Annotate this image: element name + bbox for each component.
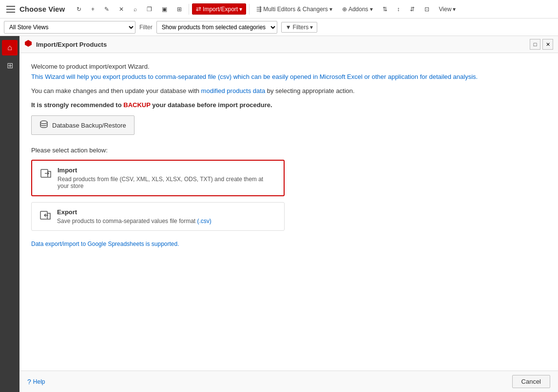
help-icon: ? bbox=[27, 378, 31, 386]
export-title: Export bbox=[57, 208, 276, 216]
filter-category-select[interactable]: Show products from selected categories bbox=[156, 21, 277, 34]
modal-body: Welcome to product import/export Wizard.… bbox=[19, 53, 558, 371]
add-icon: + bbox=[91, 6, 95, 13]
import-icon bbox=[40, 168, 52, 182]
filter-label: Filter bbox=[139, 24, 153, 31]
import-export-icon: ⇄ bbox=[196, 5, 201, 13]
export-icon bbox=[39, 209, 51, 224]
multi-editors-icon: ⇶ bbox=[256, 5, 262, 13]
update-text-end: by selecting appropriate action. bbox=[265, 87, 355, 94]
modal-header-icon bbox=[24, 39, 32, 49]
update-text: You can make changes and then update you… bbox=[31, 87, 546, 94]
modal-title: Import/Export Products bbox=[36, 41, 526, 48]
update-link[interactable]: modified products data bbox=[201, 87, 266, 94]
csv-link[interactable]: (.csv) bbox=[197, 218, 211, 224]
import-card-content: Import Read products from file (CSV, XML… bbox=[58, 167, 276, 189]
delete-icon: ✕ bbox=[119, 6, 124, 13]
search-button[interactable]: ⌕ bbox=[130, 4, 141, 15]
content-area: Import/Export Products □ ✕ Welcome to pr… bbox=[19, 36, 558, 392]
screen-icon: ⊡ bbox=[424, 6, 429, 13]
backup-notice: It is strongly recommended to BACKUP you… bbox=[31, 101, 546, 109]
maximize-button[interactable]: □ bbox=[530, 39, 540, 50]
filter-icon: ▼ bbox=[286, 24, 291, 31]
multi-editors-button[interactable]: ⇶ Multi Editors & Changers ▾ bbox=[252, 3, 336, 15]
import-description: Read products from file (CSV, XML, XLS, … bbox=[58, 176, 276, 189]
import-export-panel: Import/Export Products □ ✕ Welcome to pr… bbox=[19, 36, 558, 392]
sort3-button[interactable]: ⇵ bbox=[406, 4, 419, 15]
export-description: Save products to comma-separated values … bbox=[57, 218, 276, 224]
database-backup-label: Database Backup/Restore bbox=[52, 122, 126, 129]
layout2-button[interactable]: ⊞ bbox=[173, 4, 186, 15]
import-export-button[interactable]: ⇄ Import/Export ▾ bbox=[192, 3, 246, 15]
backup-notice-pre: It is strongly recommended to BACKUP you… bbox=[31, 101, 272, 109]
add-button[interactable]: + bbox=[87, 4, 98, 15]
database-icon bbox=[39, 120, 48, 131]
addons-icon: ⊕ bbox=[342, 6, 347, 13]
export-card-content: Export Save products to comma-separated … bbox=[57, 208, 276, 224]
help-link[interactable]: ? Help bbox=[27, 378, 45, 386]
backup-highlight: BACKUP bbox=[123, 101, 150, 109]
export-card[interactable]: Export Save products to comma-separated … bbox=[31, 202, 285, 231]
menu-button[interactable] bbox=[4, 2, 18, 16]
store-views-select[interactable]: All Store Views bbox=[4, 21, 135, 34]
select-action-label: Please select action below: bbox=[31, 147, 546, 154]
sidebar: ⌂ ⊞ bbox=[0, 36, 19, 392]
sort2-button[interactable]: ↕ bbox=[393, 4, 404, 15]
main-area: ⌂ ⊞ Import/Export Products □ bbox=[0, 36, 558, 392]
delete-button[interactable]: ✕ bbox=[115, 4, 128, 15]
toolbar-separator bbox=[189, 4, 189, 15]
modal-header: Import/Export Products □ ✕ bbox=[19, 36, 558, 53]
close-icon: ✕ bbox=[546, 41, 550, 48]
top-bar: Choose View ↻ + ✎ ✕ ⌕ ❐ ▣ ⊞ ⇄ Import/Exp… bbox=[0, 0, 558, 19]
modal-footer: ? Help Cancel bbox=[19, 371, 558, 392]
layout1-icon: ▣ bbox=[162, 6, 167, 13]
copy-icon: ❐ bbox=[147, 6, 152, 13]
update-text-content: You can make changes and then update you… bbox=[31, 87, 201, 94]
filters-button[interactable]: ▼ Filters ▾ bbox=[281, 22, 318, 33]
addons-button[interactable]: ⊕ Addons ▾ bbox=[338, 4, 377, 15]
sort1-button[interactable]: ⇅ bbox=[379, 4, 391, 15]
layout1-button[interactable]: ▣ bbox=[158, 4, 171, 15]
second-bar: All Store Views Filter Show products fro… bbox=[0, 19, 558, 36]
sort3-icon: ⇵ bbox=[410, 6, 415, 13]
sort2-icon: ↕ bbox=[397, 6, 400, 13]
addons-dropdown-icon: ▾ bbox=[370, 6, 373, 13]
toolbar-separator2 bbox=[249, 4, 250, 15]
page-title: Choose View bbox=[19, 5, 65, 13]
wizard-description: This Wizard will help you export product… bbox=[31, 73, 546, 80]
welcome-text: Welcome to product import/export Wizard. bbox=[31, 63, 546, 70]
refresh-button[interactable]: ↻ bbox=[73, 4, 85, 15]
layout2-icon: ⊞ bbox=[177, 6, 182, 13]
search-icon: ⌕ bbox=[134, 6, 137, 13]
screen-button[interactable]: ⊡ bbox=[421, 4, 433, 15]
refresh-icon: ↻ bbox=[77, 6, 81, 13]
view-dropdown-icon: ▾ bbox=[453, 6, 456, 13]
edit-button[interactable]: ✎ bbox=[100, 4, 113, 15]
cancel-button[interactable]: Cancel bbox=[512, 375, 550, 388]
sidebar-icon-grid[interactable]: ⊞ bbox=[2, 57, 18, 73]
maximize-icon: □ bbox=[534, 41, 537, 47]
modal-header-controls: □ ✕ bbox=[530, 39, 553, 50]
copy-button[interactable]: ❐ bbox=[143, 4, 156, 15]
close-button[interactable]: ✕ bbox=[542, 39, 553, 50]
view-button[interactable]: View ▾ bbox=[435, 4, 460, 15]
import-card[interactable]: Import Read products from file (CSV, XML… bbox=[31, 160, 285, 196]
multi-editors-dropdown-icon: ▾ bbox=[329, 6, 332, 13]
filters-dropdown-icon: ▾ bbox=[310, 24, 313, 31]
database-backup-button[interactable]: Database Backup/Restore bbox=[31, 115, 135, 135]
import-title: Import bbox=[58, 167, 276, 174]
google-spreadsheets-note: Data export/import to Google Spreadsheet… bbox=[31, 241, 546, 247]
sidebar-icon-home[interactable]: ⌂ bbox=[2, 40, 18, 56]
svg-point-0 bbox=[40, 121, 47, 124]
edit-icon: ✎ bbox=[104, 6, 109, 13]
import-export-dropdown-icon: ▾ bbox=[239, 6, 242, 13]
sort1-icon: ⇅ bbox=[383, 6, 387, 13]
